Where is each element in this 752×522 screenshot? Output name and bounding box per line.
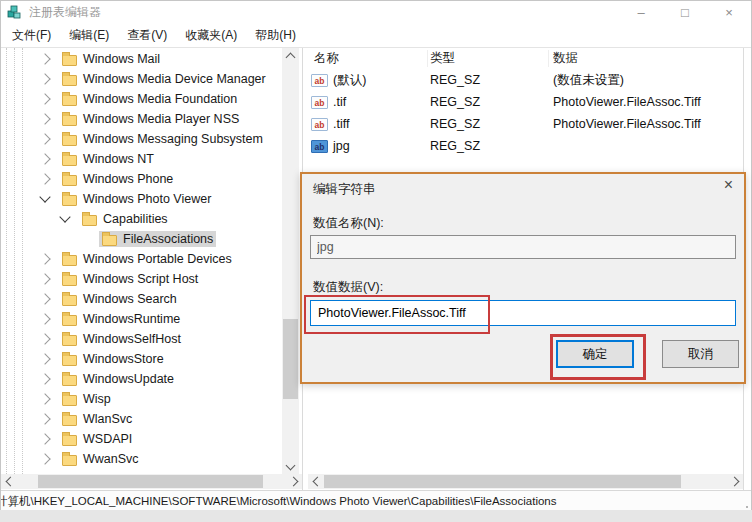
folder-icon (62, 375, 77, 386)
chevron-right-icon[interactable] (39, 153, 50, 164)
tree-item-wsdapi[interactable]: WSDAPI (1, 429, 280, 449)
tree-item-wlansvc[interactable]: WlanSvc (1, 409, 280, 429)
tree-item-windows-search[interactable]: Windows Search (1, 289, 280, 309)
chevron-right-icon[interactable] (39, 273, 50, 284)
tree-item-windowsselfhost[interactable]: WindowsSelfHost (1, 329, 280, 349)
value-type: REG_SZ (428, 117, 549, 131)
tree-item-windowsupdate[interactable]: WindowsUpdate (1, 369, 280, 389)
maximize-button-icon[interactable]: □ (663, 1, 707, 24)
status-bar: 计算机\HKEY_LOCAL_MACHINE\SOFTWARE\Microsof… (1, 490, 751, 511)
tree-item-windows-media-device-manager[interactable]: Windows Media Device Manager (1, 69, 280, 89)
folder-icon (62, 335, 77, 346)
chevron-right-icon[interactable] (39, 293, 50, 304)
tree-item-windowsruntime[interactable]: WindowsRuntime (1, 309, 280, 329)
folder-icon (62, 415, 77, 426)
value-name-input[interactable] (310, 235, 736, 259)
resize-grip[interactable] (746, 506, 748, 508)
chevron-right-icon[interactable] (39, 173, 50, 184)
tree-item-windows-media-player-nss[interactable]: Windows Media Player NSS (1, 109, 280, 129)
value-data: PhotoViewer.FileAssoc.Tiff (549, 117, 743, 131)
chevron-right-icon[interactable] (39, 73, 50, 84)
chevron-right-icon[interactable] (39, 133, 50, 144)
chevron-right-icon[interactable] (39, 353, 50, 364)
scroll-up-arrow-icon[interactable] (282, 48, 299, 63)
chevron-down-icon[interactable] (59, 211, 70, 222)
close-button-icon[interactable]: × (707, 1, 751, 24)
registry-value-row-tif[interactable]: ab .tif REG_SZ PhotoViewer.FileAssoc.Tif… (308, 91, 743, 113)
column-header-name[interactable]: 名称 (308, 50, 428, 67)
tree-item-windows-photo-viewer[interactable]: Windows Photo Viewer (1, 189, 280, 209)
tree-item-label: Windows Media Player NSS (83, 112, 239, 126)
chevron-right-icon[interactable] (39, 93, 50, 104)
tree-item-windows-mail[interactable]: Windows Mail (1, 49, 280, 69)
folder-icon (62, 155, 77, 166)
menu-favorites[interactable]: 收藏夹(A) (176, 25, 246, 46)
value-name-label: 数值名称(N): (313, 215, 384, 232)
registry-value-row-tiff[interactable]: ab .tiff REG_SZ PhotoViewer.FileAssoc.Ti… (308, 113, 743, 135)
chevron-right-icon[interactable] (39, 253, 50, 264)
menu-help[interactable]: 帮助(H) (246, 25, 305, 46)
chevron-right-icon[interactable] (39, 433, 50, 444)
dialog-close-icon[interactable]: × (724, 176, 733, 194)
values-horizontal-scrollbar[interactable] (308, 474, 743, 489)
chevron-right-icon[interactable] (39, 113, 50, 124)
tree-item-windows-phone[interactable]: Windows Phone (1, 169, 280, 189)
tree-item-label: Windows NT (83, 152, 154, 166)
chevron-right-icon[interactable] (39, 313, 50, 324)
tree-item-label: Wisp (83, 392, 111, 406)
tree-item-windows-script-host[interactable]: Windows Script Host (1, 269, 280, 289)
tree-item-capabilities[interactable]: Capabilities (1, 209, 280, 229)
value-name: .tiff (333, 117, 428, 131)
tree-item-label: WwanSvc (83, 452, 139, 466)
value-type: REG_SZ (428, 73, 549, 87)
registry-editor-screenshot: 注册表编辑器 – □ × 文件(F) 编辑(E) 查看(V) 收藏夹(A) 帮助… (0, 0, 752, 522)
chevron-right-icon[interactable] (39, 333, 50, 344)
tree-item-windows-nt[interactable]: Windows NT (1, 149, 280, 169)
registry-value-row-default[interactable]: ab (默认) REG_SZ (数值未设置) (308, 69, 743, 91)
scroll-right-arrow-icon[interactable] (728, 474, 743, 489)
registry-value-row-jpg[interactable]: ab jpg REG_SZ (308, 135, 743, 157)
menu-view[interactable]: 查看(V) (118, 25, 176, 46)
chevron-down-icon[interactable] (39, 191, 50, 202)
folder-icon (62, 75, 77, 86)
tree-vertical-scrollbar[interactable] (282, 48, 299, 474)
tree-horizontal-scroll-thumb[interactable] (38, 475, 263, 488)
values-list-header: 名称 类型 数据 (308, 48, 743, 69)
tree-item-windows-portable-devices[interactable]: Windows Portable Devices (1, 249, 280, 269)
cancel-button[interactable]: 取消 (662, 340, 739, 368)
tree-item-wisp[interactable]: Wisp (1, 389, 280, 409)
tree-vertical-scroll-thumb[interactable] (283, 319, 298, 399)
menu-file[interactable]: 文件(F) (3, 25, 60, 46)
column-header-data[interactable]: 数据 (549, 50, 743, 67)
values-horizontal-scroll-thumb[interactable] (324, 475, 681, 488)
tree-item-fileassociations[interactable]: FileAssociations (1, 229, 280, 249)
scroll-down-arrow-icon[interactable] (282, 459, 299, 474)
value-type: REG_SZ (428, 139, 549, 153)
tree-item-windows-messaging-subsystem[interactable]: Windows Messaging Subsystem (1, 129, 280, 149)
tree-item-label: Windows Media Device Manager (83, 72, 266, 86)
registry-tree-panel: Windows Mail Windows Media Device Manage… (1, 48, 303, 490)
dialog-title: 编辑字符串 (313, 181, 376, 198)
scroll-left-arrow-icon[interactable] (1, 474, 16, 489)
tree-item-label: Windows Messaging Subsystem (83, 132, 263, 146)
tree-item-windows-media-foundation[interactable]: Windows Media Foundation (1, 89, 280, 109)
chevron-right-icon[interactable] (39, 413, 50, 424)
column-header-type[interactable]: 类型 (428, 50, 549, 67)
scroll-left-arrow-icon[interactable] (308, 474, 323, 489)
tree-item-windowsstore[interactable]: WindowsStore (1, 349, 280, 369)
value-name: jpg (333, 139, 428, 153)
chevron-right-icon[interactable] (39, 373, 50, 384)
minimize-button-icon[interactable]: – (619, 1, 663, 24)
folder-icon (82, 215, 97, 226)
tree-item-label: Windows Photo Viewer (83, 192, 211, 206)
chevron-right-icon[interactable] (39, 393, 50, 404)
tree-horizontal-scrollbar[interactable] (1, 474, 302, 489)
tree-item-label: WindowsSelfHost (83, 332, 181, 346)
tree-item-wwansvc[interactable]: WwanSvc (1, 449, 280, 469)
value-data-input[interactable] (310, 300, 736, 326)
chevron-right-icon[interactable] (39, 53, 50, 64)
ok-button[interactable]: 确定 (556, 340, 634, 368)
chevron-right-icon[interactable] (39, 453, 50, 464)
scroll-right-arrow-icon[interactable] (287, 474, 302, 489)
menu-edit[interactable]: 编辑(E) (60, 25, 118, 46)
